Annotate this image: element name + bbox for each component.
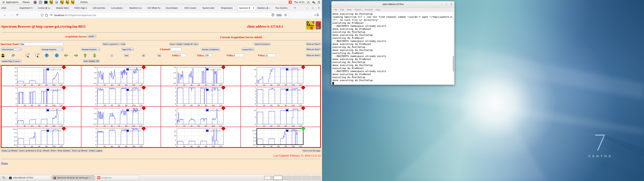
terminal-window[interactable]: AIDA MIDAS HTTPd – □ ✕ FileEditViewSearc… (332, 1, 454, 85)
spectrum-chart-aida05[interactable]: 0204060801001200246aida05 Stat (1, 86, 81, 106)
pan-right-icon[interactable] (74, 54, 78, 58)
acquisition-server-select[interactable]: aida05 (88, 35, 96, 38)
terminal-body[interactable]: done executing do_PostSetup loading Spec… (332, 12, 454, 85)
hamburger-menu-icon[interactable]: ☰ (316, 13, 319, 17)
show-desktop-button[interactable] (1, 175, 6, 180)
spectrum-chart-aida08[interactable]: 020406080100120012345aida08 Stat (241, 86, 320, 106)
terminal-titlebar[interactable]: AIDA MIDAS HTTPd – □ ✕ (332, 1, 454, 7)
refresh-icon[interactable] (11, 54, 15, 58)
home-link[interactable]: Home (1, 162, 8, 165)
view-functions-dropdown[interactable]: View functions (1, 48, 22, 51)
update-all-button[interactable]: Update All (183, 42, 193, 46)
spectrum-chart-aida04[interactable]: 0204060801001200510aida04 Stat (241, 66, 320, 86)
spectrum-chart-aida10[interactable]: 0204060801001200.01.02.03.0aida10 Stat (81, 106, 161, 127)
url-bar[interactable]: localhost:8015/Spectrum/Spectrum.tml 80% (39, 12, 289, 18)
workspace-6[interactable] (312, 176, 321, 180)
log-button-reload[interactable]: Reload (42, 149, 50, 152)
pan-up-icon[interactable] (83, 53, 87, 58)
browser-tab-6[interactable]: LED and Wav (92, 5, 110, 11)
all-button[interactable]: all (142, 54, 145, 57)
overflow-menu-icon[interactable]: » (314, 13, 316, 16)
browser-tab-14[interactable]: Spectrum B✕ (238, 5, 256, 11)
what-are-these-button-3[interactable]: What are these? (306, 54, 321, 57)
zero-spectrum-icon[interactable] (1, 54, 5, 58)
launcher-midas-icon[interactable]: Midas (71, 0, 74, 4)
layout-id-dropdown[interactable]: Layout ID=2 (242, 48, 254, 51)
terminal-maximize-button[interactable]: □ (446, 3, 447, 6)
browser-tab-9[interactable]: GSI White Ra (146, 5, 164, 11)
launcher-firefox-icon[interactable] (33, 0, 37, 4)
spectra-functions-dropdown[interactable]: Spectra functions (254, 42, 271, 46)
shift-down-icon[interactable] (45, 54, 49, 58)
reload-button[interactable]: ⟳ (16, 14, 18, 16)
zoom-level-badge[interactable]: 80% (276, 14, 282, 17)
browser-tab-10[interactable]: Discriminator (164, 5, 183, 11)
browser-tab-2[interactable]: Experiment Co (18, 5, 36, 11)
window-restore-button[interactable]: ◻ (312, 7, 314, 9)
browser-tab-3[interactable]: Control @ ca (36, 5, 55, 11)
clock[interactable]: Thu 15:21 (294, 1, 304, 4)
analysis-functions-dropdown[interactable]: Analysis functions (81, 48, 100, 51)
browser-tab-7[interactable]: Lost activity r (110, 5, 128, 11)
log-button-reset[interactable]: Reset (50, 149, 56, 152)
workspace-5[interactable] (302, 176, 311, 180)
browser-tab-5[interactable]: FADC Align & (73, 5, 92, 11)
spectrum-chart-aida09[interactable]: 0204060801001200510aida09 Stat (1, 106, 81, 127)
window-minimize-button[interactable]: – (306, 7, 308, 9)
terminal-menu-file[interactable]: File (332, 8, 338, 11)
browser-tab-15[interactable]: Statistics @ c (256, 5, 274, 11)
tags-fits-dropdown[interactable]: Tags & Fits (121, 48, 134, 51)
taskbar-window-1[interactable]: >_AIDA MIDAS HTTPd (8, 175, 50, 180)
arrange-functions-dropdown[interactable]: Arrange functions (41, 48, 64, 51)
permissions-icon[interactable] (50, 14, 52, 16)
anydesk-tray-icon[interactable] (289, 1, 292, 4)
what-are-these-button-1[interactable]: What are these? (306, 42, 321, 46)
spectrum-chart-aida06[interactable]: 02040608010012001234aida06 Stat (81, 86, 161, 106)
workspace-4[interactable] (293, 176, 302, 180)
spectrum-chart-aida13[interactable]: 0204060801001200.02.55.07.510.0aida13 St… (1, 127, 81, 147)
shield-icon[interactable] (41, 14, 44, 16)
log-button-enable-logging[interactable]: Enable Logging (88, 149, 102, 152)
taskbar-window-2[interactable]: Spectrum Browser @ carme-gsi — ... (52, 175, 95, 180)
browser-tab-13[interactable]: Temperature (219, 5, 238, 11)
taskbar-window-3[interactable]: [AnyDesk] (96, 175, 139, 180)
workspace-1[interactable] (264, 176, 273, 180)
workspace-2[interactable] (274, 176, 282, 180)
pan-left-icon[interactable] (64, 54, 68, 58)
reader-mode-icon[interactable] (272, 14, 274, 17)
launcher-screenshot-icon[interactable] (55, 0, 58, 4)
browser-tab-8[interactable]: Waveform ca (128, 5, 146, 11)
ymin-input[interactable] (233, 54, 244, 57)
what-are-these-button-2[interactable]: What are these? (306, 48, 321, 51)
pan-down-icon[interactable] (93, 53, 96, 58)
browser-tab-16[interactable]: Run Control ( (274, 5, 292, 11)
terminal-scrollbar[interactable] (453, 12, 454, 84)
spectrum-chart-aida15[interactable]: 020406080100120051015aida15 Stat (161, 127, 241, 147)
how-to-button[interactable]: How to use this page (302, 149, 321, 152)
spectrum-chart-aida01[interactable]: 02040608010012005101520aida01 Stat (1, 66, 81, 86)
terminal-menu-edit[interactable]: Edit (338, 8, 345, 11)
terminal-menu-terminal[interactable]: Terminal (363, 8, 374, 11)
select-spectrum-dropdown[interactable]: Select a spectrum (102, 42, 120, 46)
xmin-input[interactable] (179, 54, 186, 57)
galleries-dropdown[interactable]: Number of Galleries (201, 48, 220, 51)
new-tab-button[interactable]: + (292, 6, 298, 10)
spectrum-name-input[interactable] (20, 42, 64, 46)
workspace-3[interactable] (283, 176, 292, 180)
spectrum-chart-aida16[interactable]: 0204060801001200.02.55.07.510.0aida16 St… (241, 127, 320, 147)
spectrum-chart-aida12[interactable]: 0204060801001200510aida12 Stat (241, 106, 320, 127)
applications-menu[interactable]: Applications (0, 0, 21, 4)
terminal-menu-help[interactable]: Help (374, 8, 382, 11)
launcher-midas-icon[interactable]: Midas (66, 0, 69, 4)
terminal-minimize-button[interactable]: – (441, 3, 442, 6)
terminal-menu-view[interactable]: View (345, 8, 353, 11)
browser-tab-12[interactable]: System wide (201, 5, 219, 11)
spectrum-chart-aida02[interactable]: 0204060801001200.01.02.03.0aida02 Stat (81, 66, 161, 86)
launcher-terminal-icon[interactable]: >_ (44, 0, 48, 4)
page-info-icon[interactable] (45, 14, 48, 16)
zoom-out-icon[interactable] (35, 53, 40, 58)
spectrum-chart-aida14[interactable]: 02040608010012001234aida14 Stat (81, 127, 161, 147)
log-button-empty-log-window[interactable]: Empty Log Window (1, 149, 18, 152)
terminal-scrollbar-thumb[interactable] (453, 56, 454, 72)
browser-tab-4[interactable]: Module Settin (55, 5, 73, 11)
